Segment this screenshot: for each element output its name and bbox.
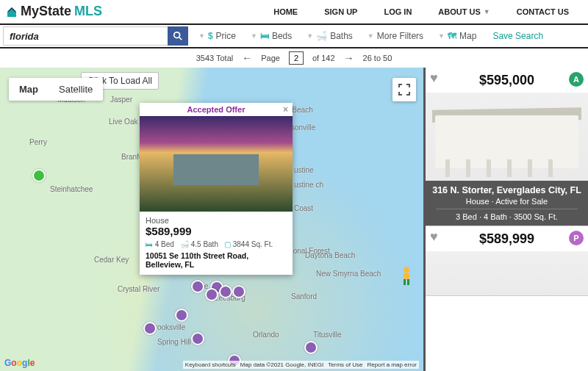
svg-point-0 bbox=[174, 32, 180, 38]
search-input[interactable] bbox=[3, 26, 168, 46]
pegman-icon bbox=[398, 266, 415, 287]
city-label: Sanford bbox=[291, 292, 317, 300]
map-marker[interactable] bbox=[32, 169, 46, 182]
popup-status-label: Accepted Offer bbox=[187, 105, 245, 114]
page-next[interactable]: → bbox=[344, 52, 354, 64]
city-label: Perry bbox=[29, 138, 47, 146]
map-marker[interactable] bbox=[232, 285, 245, 298]
filter-beds[interactable]: ▼🛏Beds bbox=[243, 25, 299, 47]
chevron-down-icon: ▼ bbox=[438, 32, 445, 40]
city-label: Spring Hill bbox=[157, 338, 191, 346]
city-label: Daytona Beach bbox=[305, 251, 355, 259]
nav-about-label: ABOUT US bbox=[438, 7, 480, 16]
favorite-icon[interactable]: ♥ bbox=[430, 71, 438, 86]
logo-text-b: MLS bbox=[74, 4, 102, 19]
map-marker[interactable] bbox=[304, 341, 318, 354]
page-label: Page bbox=[261, 54, 280, 62]
map-toggle[interactable]: ▼🗺Map bbox=[431, 25, 484, 47]
save-search[interactable]: Save Search bbox=[484, 25, 552, 47]
keyboard-shortcuts[interactable]: Keyboard shortcuts bbox=[185, 361, 236, 368]
fullscreen-icon bbox=[398, 84, 410, 96]
popup-photo[interactable] bbox=[140, 116, 293, 212]
nav-about[interactable]: ABOUT US▼ bbox=[425, 1, 503, 22]
svg-rect-3 bbox=[404, 273, 409, 280]
city-label: ustine bbox=[294, 166, 314, 174]
favorite-icon[interactable]: ♥ bbox=[430, 229, 438, 245]
streetview-pegman[interactable] bbox=[396, 266, 417, 287]
svg-line-1 bbox=[179, 37, 182, 40]
sqft-icon: ▢ bbox=[224, 240, 231, 248]
filter-baths[interactable]: ▼🛁Baths bbox=[299, 25, 360, 47]
bath-icon: 🛁 bbox=[316, 31, 327, 41]
map-popup: Accepted Offer × House $589,999 🛏 4 Bed … bbox=[140, 103, 293, 275]
map-attribution: Keyboard shortcuts Map data ©2021 Google… bbox=[183, 361, 419, 369]
listing-features: 3 Bed · 4 Bath · 3500 Sq. Ft. bbox=[436, 209, 578, 221]
popup-features: 🛏 4 Bed 🛁 4.5 Bath ▢ 3844 Sq. Ft. bbox=[146, 240, 287, 248]
results-total: 3543 Total bbox=[196, 54, 234, 62]
chevron-down-icon: ▼ bbox=[251, 32, 257, 40]
popup-body: House $589,999 🛏 4 Bed 🛁 4.5 Bath ▢ 3844… bbox=[140, 212, 293, 275]
page-prev[interactable]: ← bbox=[242, 52, 252, 64]
svg-rect-5 bbox=[407, 279, 409, 285]
search-button[interactable] bbox=[168, 26, 188, 46]
nav-home[interactable]: HOME bbox=[260, 1, 311, 22]
page-of: of 142 bbox=[312, 54, 335, 62]
nav-signup[interactable]: SIGN UP bbox=[311, 1, 370, 22]
header: MyStateMLS HOME SIGN UP LOG IN ABOUT US▼… bbox=[0, 0, 588, 24]
city-label: Cedar Key bbox=[94, 256, 129, 264]
pagination: 3543 Total ← Page of 142 → 26 to 50 bbox=[0, 48, 588, 68]
terms[interactable]: Terms of Use bbox=[328, 361, 362, 368]
status-badge: P bbox=[569, 231, 584, 245]
popup-close[interactable]: × bbox=[283, 104, 288, 115]
top-nav: HOME SIGN UP LOG IN ABOUT US▼ CONTACT US bbox=[260, 1, 582, 22]
svg-rect-4 bbox=[404, 279, 406, 285]
listing-subtitle: House · Active for Sale bbox=[429, 197, 585, 206]
dollar-icon: $ bbox=[208, 31, 213, 41]
card-header: ♥ $589,999 P bbox=[426, 226, 588, 251]
listing-card[interactable]: ♥ $589,999 P bbox=[426, 226, 588, 296]
filter-price[interactable]: ▼$Price bbox=[191, 25, 243, 47]
map-marker[interactable] bbox=[219, 285, 232, 298]
popup-beds: 4 Bed bbox=[155, 240, 174, 248]
city-label: Steinhatchee bbox=[50, 185, 93, 193]
report-error[interactable]: Report a map error bbox=[367, 361, 417, 368]
search-bar: ▼$Price ▼🛏Beds ▼🛁Baths ▼More Filters ▼🗺M… bbox=[0, 24, 588, 48]
page-input[interactable] bbox=[289, 51, 304, 65]
popup-sqft: 3844 Sq. Ft. bbox=[233, 240, 273, 248]
filter-baths-label: Baths bbox=[330, 31, 353, 41]
chevron-down-icon: ▼ bbox=[198, 32, 205, 40]
listing-card[interactable]: ♥ $595,000 A 316 N. Storter, Everglades … bbox=[426, 68, 588, 226]
city-label: sonville bbox=[291, 123, 315, 132]
map-type-satellite[interactable]: Satellite bbox=[49, 78, 103, 101]
map-pane[interactable]: Madison Jasper Park Fernandina Beach Liv… bbox=[0, 68, 423, 371]
popup-type: House bbox=[146, 216, 287, 225]
city-label: Live Oak bbox=[109, 118, 137, 126]
google-logo: Google bbox=[4, 358, 35, 368]
map-type-map[interactable]: Map bbox=[9, 78, 49, 101]
listing-price: $589,999 bbox=[479, 231, 534, 247]
nav-login[interactable]: LOG IN bbox=[370, 1, 425, 22]
city-label: Orlando bbox=[253, 331, 279, 339]
house-logo-icon bbox=[6, 6, 18, 18]
filter-more[interactable]: ▼More Filters bbox=[360, 25, 431, 47]
status-badge: A bbox=[569, 72, 584, 87]
map-marker[interactable] bbox=[205, 288, 218, 301]
bed-icon: 🛏 bbox=[146, 240, 153, 248]
page-range: 26 to 50 bbox=[363, 54, 392, 62]
map-marker[interactable] bbox=[191, 332, 204, 345]
map-marker[interactable] bbox=[175, 309, 188, 322]
listing-photo[interactable] bbox=[426, 251, 588, 295]
svg-point-2 bbox=[404, 267, 409, 273]
fullscreen-button[interactable] bbox=[392, 78, 416, 101]
listing-price: $595,000 bbox=[479, 73, 534, 88]
map-marker[interactable] bbox=[143, 322, 157, 335]
map-marker[interactable] bbox=[191, 280, 204, 293]
bed-icon: 🛏 bbox=[260, 31, 269, 41]
nav-contact[interactable]: CONTACT US bbox=[503, 1, 582, 22]
listing-photo[interactable] bbox=[426, 93, 588, 181]
card-header: ♥ $595,000 A bbox=[426, 68, 588, 93]
search-wrap bbox=[3, 26, 188, 46]
chevron-down-icon: ▼ bbox=[368, 32, 374, 40]
logo[interactable]: MyStateMLS bbox=[6, 4, 102, 19]
listing-info: 316 N. Storter, Everglades City, FL Hous… bbox=[426, 181, 588, 226]
